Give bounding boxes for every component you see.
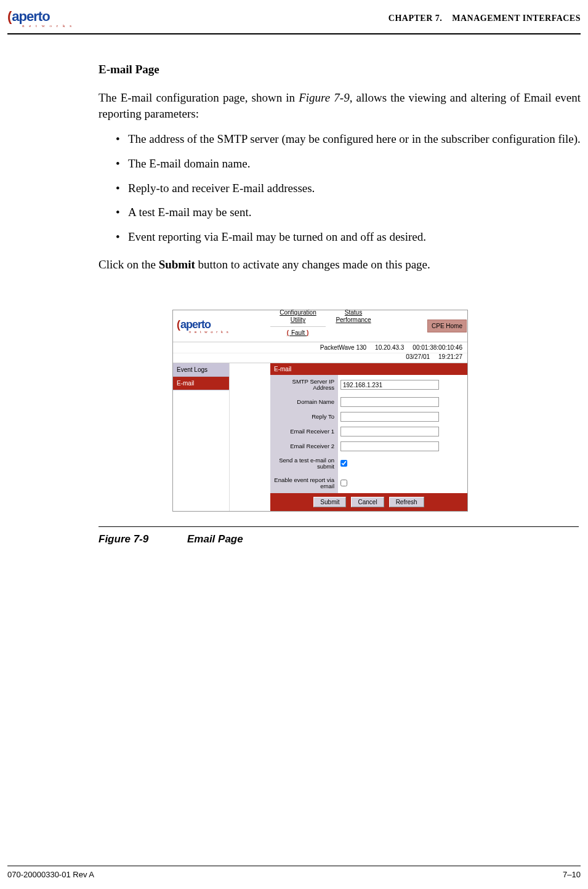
closing-paragraph: Click on the Submit button to activate a… [99,257,581,273]
replyto-label: Reply To [270,409,338,424]
closing-text-a: Click on the [99,258,159,271]
sidebar: Event Logs E-mail [173,363,230,511]
document-id: 070-20000330-01 Rev A [7,870,94,879]
device-time: 19:21:27 [438,353,462,360]
figure-caption: Figure 7-9 Email Page [99,533,468,545]
receiver1-label: Email Receiver 1 [270,424,338,439]
logo-text: aperto [12,9,49,25]
figure-screenshot: (aperto n e t w o r k s Configuration Ut… [172,310,468,545]
cpe-home-button[interactable]: CPE Home [427,320,467,332]
figure-title: Email Page [187,533,243,545]
datetime-row: 03/27/01 19:21:27 [173,353,467,363]
mini-logo: (aperto n e t w o r k s [173,310,270,342]
enable-report-label: Enable event report via email [270,473,338,493]
device-mac: 00:01:38:00:10:46 [413,344,462,351]
bullet-item: A test E-mail may be sent. [116,204,581,220]
bullet-item: Reply-to and receiver E-mail addresses. [116,180,581,196]
receiver2-label: Email Receiver 2 [270,439,338,454]
tab-configuration[interactable]: Configuration Utility [270,307,326,326]
bullet-list: The address of the SMTP server (may be c… [116,131,581,244]
page-logo: (aperto n e t w o r k s [7,9,73,28]
bullet-item: The E-mail domain name. [116,156,581,172]
device-ip: 10.20.43.3 [375,344,404,351]
bullet-item: Event reporting via E-mail may be turned… [116,229,581,245]
section-heading: E-mail Page [99,63,581,76]
footer-rule [7,866,581,866]
mini-logo-subtext: n e t w o r k s [189,330,230,334]
sidebar-item-event-logs[interactable]: Event Logs [173,363,229,377]
refresh-button[interactable]: Refresh [389,497,424,507]
figure-reference: Figure 7-9 [299,91,349,104]
device-model: PacketWave 130 [320,344,366,351]
test-email-label: Send a test e-mail on submit [270,454,338,473]
test-email-checkbox[interactable] [340,460,347,467]
sidebar-item-email[interactable]: E-mail [173,377,229,390]
tab-fault-label: Fault [291,329,305,336]
receiver1-input[interactable] [340,427,439,436]
intro-paragraph: The E-mail configuration page, shown in … [99,90,581,121]
tab-status[interactable]: Status Performance [326,307,381,326]
submit-button[interactable]: Submit [313,497,346,507]
device-info-row: PacketWave 130 10.20.43.3 00:01:38:00:10… [173,342,467,353]
figure-rule [99,526,579,527]
chapter-title: MANAGEMENT INTERFACES [452,14,581,23]
panel-title: E-mail [270,363,467,375]
smtp-input[interactable] [340,380,439,390]
closing-bold: Submit [159,258,195,271]
chapter-number: CHAPTER 7. [389,14,442,23]
mini-logo-text: aperto [180,318,211,331]
tab-fault[interactable]: ( Fault ) [270,326,326,339]
domain-label: Domain Name [270,395,338,409]
logo-subtext: n e t w o r k s [22,23,73,28]
header-rule [7,33,581,34]
replyto-input[interactable] [340,412,439,422]
closing-text-b: button to activate any changes made on t… [195,258,430,271]
device-date: 03/27/01 [406,353,430,360]
domain-input[interactable] [340,397,439,407]
intro-text-a: The E-mail configuration page, shown in [99,91,299,104]
smtp-label: SMTP Server IP Address [270,375,338,395]
bullet-item: The address of the SMTP server (may be c… [116,131,581,147]
cancel-button[interactable]: Cancel [351,497,384,507]
page-number: 7–10 [563,870,581,879]
figure-number: Figure 7-9 [99,533,148,545]
enable-report-checkbox[interactable] [340,480,347,486]
receiver2-input[interactable] [340,441,439,451]
chapter-header: CHAPTER 7. MANAGEMENT INTERFACES [389,14,581,23]
